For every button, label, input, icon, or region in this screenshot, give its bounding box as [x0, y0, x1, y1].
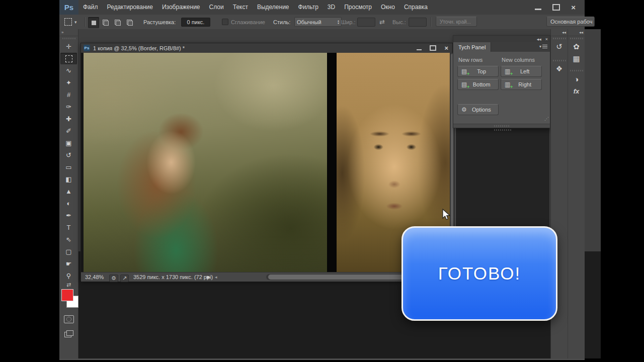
- status-play-icon[interactable]: ▶: [207, 273, 210, 282]
- width-input[interactable]: [357, 18, 375, 27]
- tool-options-bar: ▾ Растушевка: 0 пикс. Сглаживание Стиль:: [59, 15, 585, 30]
- close-panel-icon[interactable]: ×: [545, 37, 548, 42]
- gradient-tool[interactable]: ◧: [60, 173, 77, 185]
- dodge-tool[interactable]: ◐: [60, 198, 77, 209]
- refine-edge-button[interactable]: Уточн. край...: [436, 17, 477, 27]
- plus-icon: +: [467, 85, 469, 89]
- lasso-tool-icon: ∿: [66, 67, 71, 74]
- status-gear-icon[interactable]: ⚙: [109, 275, 118, 282]
- color-panel-button[interactable]: ✿: [568, 41, 585, 53]
- tools-panel: » ✛ ∿ ✦ # ✑ ✚ ✐ ▣ ↺ ▭ ◧ ▲ ◐ ✒ T ⇖ ▢ ☛ ⚲ …: [59, 29, 78, 358]
- rectangular-marquee-icon: [65, 55, 72, 62]
- clone-stamp-icon: ▣: [65, 140, 71, 146]
- color-swatches: [60, 289, 77, 308]
- dock-collapse-button[interactable]: ◂◂: [568, 29, 585, 36]
- menu-filter[interactable]: Фильтр: [294, 0, 323, 15]
- intersect-selection-icon: [127, 20, 133, 26]
- move-tool-icon: ✛: [66, 43, 71, 50]
- close-button[interactable]: ×: [571, 0, 576, 15]
- photo-border-divider: [327, 53, 337, 272]
- crop-tool[interactable]: #: [60, 89, 77, 101]
- minimize-button[interactable]: [535, 9, 541, 10]
- antialias-checkbox[interactable]: [222, 15, 231, 29]
- tools-collapse-button[interactable]: »: [59, 29, 78, 36]
- add-column-right-button[interactable]: ▥+ Right: [501, 79, 542, 90]
- document-maximize-button[interactable]: [430, 45, 436, 51]
- quick-selection-tool[interactable]: ✦: [60, 77, 77, 88]
- tych-panel-headerbar[interactable]: ◂◂ ×: [453, 36, 550, 43]
- plus-icon: +: [510, 72, 513, 76]
- panel-resize-grip[interactable]: ⋰: [544, 116, 549, 121]
- selection-add-button[interactable]: [100, 15, 111, 29]
- properties-panel-button[interactable]: ❖: [551, 63, 568, 75]
- menu-select[interactable]: Выделение: [253, 0, 294, 15]
- menu-edit[interactable]: Редактирование: [103, 0, 157, 15]
- lasso-tool[interactable]: ∿: [60, 65, 77, 76]
- history-brush-tool[interactable]: ↺: [60, 149, 77, 161]
- zoom-level-field[interactable]: 32,48%: [85, 273, 104, 282]
- spot-healing-tool[interactable]: ✚: [60, 113, 77, 125]
- blur-tool[interactable]: ▲: [60, 186, 77, 197]
- eraser-tool[interactable]: ▭: [60, 161, 77, 173]
- document-titlebar[interactable]: Ps 1 копия @ 32,5% (Border, RGB/8#) * ×: [81, 43, 452, 53]
- rectangular-marquee-tool[interactable]: [60, 53, 77, 64]
- tych-panel-tab[interactable]: Tych Panel: [453, 42, 491, 52]
- quick-mask-button[interactable]: [64, 315, 74, 323]
- menu-file[interactable]: Файл: [78, 0, 103, 15]
- status-export-icon[interactable]: ↗: [120, 275, 129, 282]
- type-tool[interactable]: T: [60, 222, 77, 233]
- workspace-switcher-button[interactable]: Основная рабоч: [546, 17, 595, 27]
- add-column-left-button[interactable]: ▥+ Left: [501, 66, 542, 77]
- style-select[interactable]: Обычный ▴▾: [294, 17, 342, 27]
- grip-dots: [62, 38, 75, 39]
- status-back-icon[interactable]: ◂: [215, 273, 217, 282]
- document-minimize-button[interactable]: [417, 49, 422, 50]
- swatches-panel-button[interactable]: ▦: [568, 53, 585, 65]
- pen-tool-icon: ✒: [66, 212, 71, 219]
- panel-menu-button[interactable]: ▾: [539, 44, 547, 49]
- path-selection-icon: ⇖: [66, 236, 71, 243]
- tych-panel-footer[interactable]: [453, 124, 550, 128]
- menu-help[interactable]: Справка: [399, 0, 432, 15]
- menu-window[interactable]: Окно: [376, 0, 399, 15]
- selection-subtract-button[interactable]: [112, 15, 123, 29]
- eyedropper-tool[interactable]: ✑: [60, 101, 77, 113]
- styles-panel-button[interactable]: fx: [568, 85, 585, 97]
- add-row-bottom-button[interactable]: ▤+ Bottom: [457, 79, 499, 90]
- document-canvas[interactable]: [81, 53, 450, 272]
- add-row-top-button[interactable]: ▤+ Top: [457, 66, 499, 77]
- collapse-panel-icon[interactable]: ◂◂: [537, 37, 541, 42]
- chevron-down-icon: ▾: [74, 20, 77, 25]
- foreground-color-swatch[interactable]: [61, 289, 73, 301]
- path-selection-tool[interactable]: ⇖: [60, 234, 77, 245]
- shape-tool[interactable]: ▢: [60, 246, 77, 257]
- document-close-button[interactable]: ×: [444, 44, 448, 52]
- swap-dimensions-icon[interactable]: ⇄: [379, 15, 385, 29]
- height-input[interactable]: [409, 18, 427, 27]
- screen-mode-button[interactable]: [64, 330, 73, 337]
- pen-tool[interactable]: ✒: [60, 210, 77, 221]
- clone-stamp-tool[interactable]: ▣: [60, 137, 77, 149]
- dock-collapse-button[interactable]: ◂◂: [551, 29, 568, 36]
- hand-tool[interactable]: ☛: [60, 258, 77, 269]
- brush-tool[interactable]: ✐: [60, 125, 77, 137]
- menu-layers[interactable]: Слои: [205, 0, 228, 15]
- grip-dots: [494, 129, 511, 131]
- history-panel-button[interactable]: ↺: [551, 41, 568, 53]
- tool-preset-picker[interactable]: ▾: [64, 15, 77, 29]
- zoom-tool[interactable]: ⚲: [60, 270, 77, 282]
- feather-input[interactable]: 0 пикс.: [181, 18, 210, 27]
- maximize-button[interactable]: [552, 4, 560, 11]
- menu-type[interactable]: Текст: [228, 0, 253, 15]
- swap-colors-icon[interactable]: ⇄: [59, 282, 78, 288]
- menu-view[interactable]: Просмотр: [340, 0, 376, 15]
- options-button[interactable]: ⚙ Options: [457, 104, 499, 115]
- selection-new-button[interactable]: [88, 15, 99, 29]
- chevron-down-icon: ▾: [539, 44, 541, 49]
- hand-tool-icon: ☛: [66, 260, 72, 267]
- menu-3d[interactable]: 3D: [323, 0, 340, 15]
- adjustments-panel-button[interactable]: ◑: [568, 73, 585, 85]
- move-tool[interactable]: ✛: [60, 41, 77, 52]
- menu-image[interactable]: Изображение: [157, 0, 205, 15]
- selection-intersect-button[interactable]: [124, 15, 135, 29]
